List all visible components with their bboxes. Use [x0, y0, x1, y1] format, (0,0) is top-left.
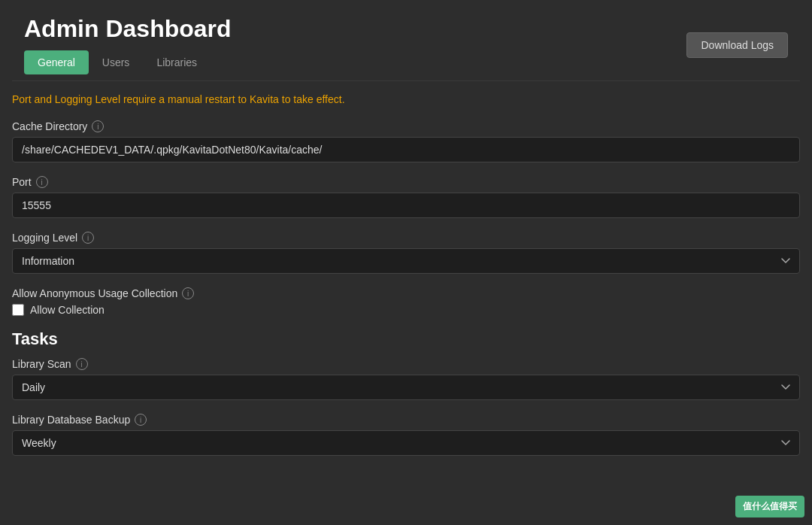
allow-collection-checkbox[interactable] — [12, 304, 24, 316]
top-bar: Admin Dashboard General Users Libraries … — [12, 9, 800, 81]
tab-libraries[interactable]: Libraries — [143, 50, 211, 74]
library-scan-label: Library Scan i — [12, 358, 800, 370]
warning-text: Port and Logging Level require a manual … — [12, 93, 800, 105]
allow-collection-checkbox-label[interactable]: Allow Collection — [30, 304, 105, 316]
port-label: Port i — [12, 176, 800, 188]
cache-directory-input[interactable] — [12, 137, 800, 162]
library-database-backup-group: Library Database Backup i Daily Weekly M… — [12, 414, 800, 456]
library-scan-select[interactable]: Hourly Daily Weekly Disabled — [12, 375, 800, 400]
header: Admin Dashboard General Users Libraries … — [0, 0, 812, 81]
cache-directory-label: Cache Directory i — [12, 120, 800, 132]
watermark: 值什么值得买 — [735, 496, 804, 517]
port-group: Port i — [12, 176, 800, 218]
tasks-section-title: Tasks — [12, 329, 800, 349]
download-logs-button[interactable]: Download Logs — [686, 32, 788, 58]
logging-level-select[interactable]: Debug Information Warning Error — [12, 248, 800, 274]
allow-collection-checkbox-group: Allow Collection — [12, 304, 800, 316]
tab-users[interactable]: Users — [89, 50, 144, 74]
tab-general[interactable]: General — [24, 50, 89, 74]
port-info-icon: i — [36, 176, 48, 188]
library-scan-group: Library Scan i Hourly Daily Weekly Disab… — [12, 358, 800, 400]
library-database-backup-info-icon: i — [135, 414, 147, 426]
library-database-backup-select[interactable]: Daily Weekly Monthly Disabled — [12, 430, 800, 456]
logging-level-info-icon: i — [82, 232, 94, 244]
main-content: Port and Logging Level require a manual … — [0, 81, 812, 481]
cache-directory-info-icon: i — [92, 120, 104, 132]
logging-level-label: Logging Level i — [12, 232, 800, 244]
allow-collection-group: Allow Anonymous Usage Collection i Allow… — [12, 287, 800, 316]
tab-bar: General Users Libraries — [24, 50, 232, 74]
page-title: Admin Dashboard — [24, 15, 232, 43]
allow-collection-info-icon: i — [182, 287, 194, 299]
logging-level-group: Logging Level i Debug Information Warnin… — [12, 232, 800, 274]
library-scan-info-icon: i — [76, 358, 88, 370]
allow-collection-label: Allow Anonymous Usage Collection i — [12, 287, 800, 299]
cache-directory-group: Cache Directory i — [12, 120, 800, 162]
library-database-backup-label: Library Database Backup i — [12, 414, 800, 426]
port-input[interactable] — [12, 193, 800, 218]
